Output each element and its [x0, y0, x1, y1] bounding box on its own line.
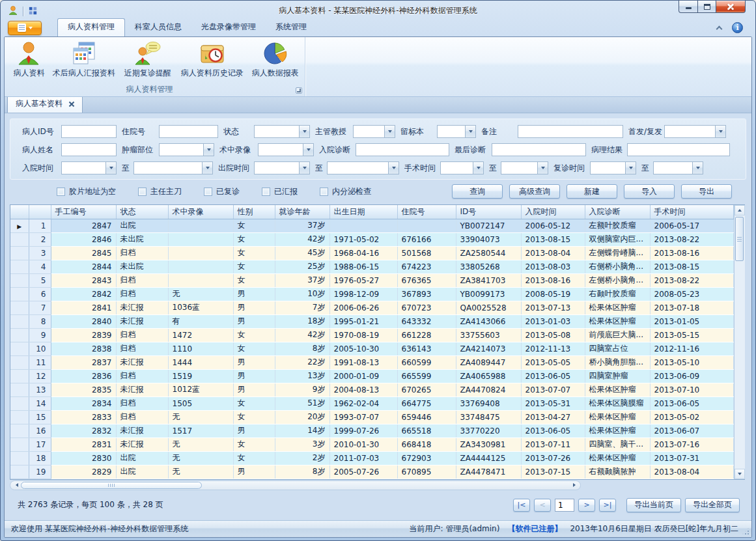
filter-combo[interactable] — [590, 161, 636, 174]
close-tab-icon[interactable] — [69, 102, 74, 107]
ribbon-button-1[interactable]: 病人资料 — [8, 39, 49, 83]
last-page-button[interactable]: >| — [599, 499, 616, 512]
column-header[interactable]: ID号 — [456, 205, 521, 219]
vertical-scrollbar[interactable] — [734, 205, 745, 479]
table-row[interactable]: 192829出院无男8岁2005-07-26670895ZA4478471201… — [10, 465, 733, 479]
table-row[interactable]: 102838归档1110女8岁2005-10-30636143ZA4214073… — [10, 342, 733, 355]
combo-dropdown-button[interactable] — [465, 125, 476, 138]
table-row[interactable]: 142834归档1505女51岁1962-02-0466477533769408… — [10, 396, 733, 410]
registered-link[interactable]: 【软件已注册】 — [507, 523, 562, 534]
combo-dropdown-button[interactable] — [303, 143, 314, 156]
export-all-pages-button[interactable]: 导出全部页 — [685, 498, 740, 512]
table-row[interactable]: 92839归档1472女42岁1970-08-19661228337556032… — [10, 328, 733, 342]
filter-combo[interactable] — [664, 125, 726, 138]
filter-text-input[interactable] — [518, 125, 623, 138]
checkbox-filter-5[interactable]: 内分泌检查 — [320, 186, 371, 197]
filter-text-input[interactable] — [61, 125, 117, 138]
checkbox-icon[interactable] — [138, 187, 147, 196]
checkbox-icon[interactable] — [57, 187, 65, 196]
scroll-down-button[interactable] — [735, 469, 745, 479]
filter-text-input[interactable] — [356, 143, 449, 156]
ribbon-tab-2[interactable]: 科室人员信息 — [125, 18, 191, 36]
filter-combo[interactable] — [353, 125, 395, 138]
page-number-input[interactable] — [555, 499, 574, 512]
table-row[interactable]: 22846未出院女42岁1971-05-02676166339040732013… — [10, 232, 733, 246]
table-row[interactable]: 182830出院无女2岁2011-07-03672903ZA4444125201… — [10, 451, 733, 465]
table-row[interactable]: 152833归档无女20岁1993-07-0765944633748475201… — [10, 410, 733, 424]
ribbon-button-3[interactable]: 近期复诊提醒 — [119, 39, 177, 83]
next-page-button[interactable]: > — [578, 499, 595, 512]
collapse-ribbon-chevron-icon[interactable] — [716, 25, 723, 32]
table-row[interactable]: 42844未出院女25岁1988-06-15674223338052682013… — [10, 260, 733, 273]
minimize-button[interactable] — [679, 1, 698, 13]
checkbox-filter-1[interactable]: 胶片地址为空 — [57, 186, 116, 197]
column-header[interactable]: 手工编号 — [51, 205, 116, 219]
combo-dropdown-button[interactable] — [105, 161, 117, 174]
table-row[interactable]: 112837未汇报1444男22岁1991-08-13660599ZA40894… — [10, 355, 733, 369]
advanced-query-button[interactable]: 高级查询 — [509, 184, 560, 199]
scroll-right-button[interactable] — [570, 483, 578, 487]
filter-combo[interactable] — [133, 161, 213, 174]
ribbon-tab-4[interactable]: 系统管理 — [266, 18, 316, 36]
table-row[interactable]: 132835未汇报1012蓝男9岁2004-08-13670265ZA44708… — [10, 383, 733, 396]
ribbon-tab-3[interactable]: 光盘录像带管理 — [191, 18, 266, 36]
ribbon-button-2[interactable]: 术后病人汇报资料 — [49, 39, 119, 83]
document-tab[interactable]: 病人基本资料 — [7, 95, 83, 113]
table-row[interactable]: 82840未汇报有男18岁1995-01-21643332ZA414306620… — [10, 314, 733, 328]
dialog-launcher-icon[interactable] — [296, 87, 302, 94]
filter-combo[interactable] — [437, 125, 476, 138]
checkbox-filter-4[interactable]: 已汇报 — [262, 186, 298, 197]
combo-dropdown-button[interactable] — [203, 143, 214, 156]
filter-combo[interactable] — [254, 125, 310, 138]
quick-access-forms-icon[interactable] — [28, 6, 38, 18]
checkbox-icon[interactable] — [204, 187, 212, 196]
ribbon-tab-1[interactable]: 病人资料管理 — [57, 18, 125, 36]
combo-dropdown-button[interactable] — [625, 161, 636, 174]
table-row[interactable]: 162832未汇报1517男14岁1999-07-266655183377022… — [10, 424, 733, 437]
column-header[interactable]: 状态 — [116, 205, 168, 219]
scroll-up-button[interactable] — [735, 205, 745, 215]
filter-combo[interactable] — [327, 161, 399, 174]
maximize-button[interactable] — [698, 1, 716, 13]
export-current-page-button[interactable]: 导出当前页 — [626, 498, 681, 512]
query-button[interactable]: 查询 — [452, 184, 503, 199]
horizontal-scroll-thumb[interactable] — [21, 482, 202, 489]
filter-combo[interactable] — [159, 143, 214, 156]
table-row[interactable]: 172831未汇报无女3岁2010-01-30668418ZA343098120… — [10, 437, 733, 451]
filter-combo[interactable] — [61, 161, 117, 174]
filter-combo[interactable] — [254, 161, 310, 174]
first-page-button[interactable]: |< — [513, 499, 530, 512]
combo-dropdown-button[interactable] — [473, 161, 484, 174]
combo-dropdown-button[interactable] — [202, 161, 213, 174]
table-row[interactable]: 52843归档女37岁1976-05-27676365ZA38417032013… — [10, 273, 733, 287]
table-row[interactable]: 122836归档1519男13岁2000-01-09665599ZA406598… — [10, 369, 733, 383]
table-row[interactable]: 32845归档女45岁1968-04-16501568ZA25805442013… — [10, 246, 733, 260]
filter-text-input[interactable] — [627, 143, 730, 156]
column-header[interactable]: 入院时间 — [521, 205, 585, 219]
combo-dropdown-button[interactable] — [299, 161, 310, 174]
column-header[interactable]: 住院号 — [397, 205, 456, 219]
info-icon[interactable]: i — [732, 22, 743, 33]
scroll-left-button[interactable] — [12, 483, 21, 487]
combo-dropdown-button[interactable] — [384, 125, 395, 138]
filter-text-input[interactable] — [159, 125, 218, 138]
checkbox-icon[interactable] — [320, 187, 328, 196]
resize-grip-icon[interactable] — [748, 533, 749, 534]
close-button[interactable] — [716, 1, 746, 13]
column-header[interactable]: 术中录像 — [168, 205, 233, 219]
import-button[interactable]: 导入 — [624, 184, 675, 199]
column-header[interactable]: 入院诊断 — [585, 205, 650, 219]
vertical-scroll-thumb[interactable] — [735, 217, 744, 261]
checkbox-icon[interactable] — [262, 187, 270, 196]
filter-text-input[interactable] — [61, 143, 117, 156]
checkbox-filter-3[interactable]: 已复诊 — [204, 186, 240, 197]
combo-dropdown-button[interactable] — [715, 125, 726, 138]
ribbon-button-4[interactable]: 病人资料历史记录 — [177, 39, 247, 83]
app-menu-button[interactable] — [8, 21, 42, 35]
filter-combo[interactable] — [653, 161, 703, 174]
filter-combo[interactable] — [501, 161, 548, 174]
horizontal-scrollbar[interactable] — [10, 480, 581, 490]
table-row[interactable]: ▶12847出院女37岁YB00721472006-05-12左额叶胶质瘤200… — [10, 219, 733, 232]
new-button[interactable]: 新建 — [567, 184, 617, 199]
combo-dropdown-button[interactable] — [388, 161, 399, 174]
